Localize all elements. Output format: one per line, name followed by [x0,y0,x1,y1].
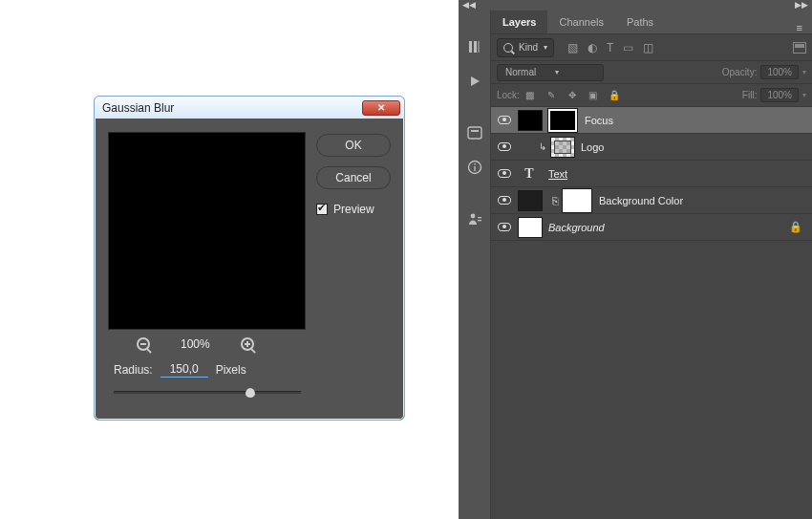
lock-position-icon[interactable]: ✥ [566,90,579,100]
link-icon[interactable]: ⎘ [552,195,559,206]
chevron-down-icon: ▾ [802,68,806,76]
lock-pixels-icon[interactable]: ✎ [545,90,558,100]
layer-thumb[interactable] [550,137,575,158]
filter-shape-icon[interactable]: ▭ [623,41,633,54]
filter-type-icon[interactable]: T [607,41,613,54]
layer-thumb[interactable] [518,110,543,131]
filter-kind-select[interactable]: Kind ▾ [497,38,554,57]
opacity-label: Opacity: [722,67,758,77]
tab-paths[interactable]: Paths [615,11,665,33]
preview-label: Preview [333,203,374,216]
radius-unit: Pixels [216,363,246,377]
visibility-toggle[interactable] [491,196,518,205]
filter-adjust-icon[interactable]: ◐ [588,41,597,54]
panel-collapse-left-icon[interactable]: ◀◀ [462,0,476,10]
layer-row-logo[interactable]: ↳ Logo [491,134,812,161]
clip-indicator-icon: ↳ [539,141,546,152]
info-icon[interactable] [466,159,483,176]
layer-name[interactable]: Focus [585,115,613,126]
svg-rect-1 [474,41,477,53]
visibility-toggle[interactable] [491,116,518,124]
layer-name[interactable]: Background [548,222,605,233]
properties-icon[interactable] [466,124,483,141]
checkbox-icon [316,204,328,215]
svg-rect-5 [474,166,475,171]
people-icon[interactable] [466,210,483,227]
close-button[interactable]: ✕ [362,100,400,116]
preview-checkbox[interactable]: Preview [316,203,391,216]
eye-icon [498,116,511,124]
close-icon: ✕ [377,102,385,113]
svg-point-7 [470,214,475,219]
layer-list: Focus ↳ Logo T Text ⎘ [491,107,812,519]
layer-row-focus[interactable]: Focus [491,107,812,134]
history-icon[interactable] [466,38,483,55]
svg-rect-8 [478,217,481,218]
eye-icon [498,196,511,205]
search-icon [503,43,513,53]
filter-toggle[interactable] [793,42,806,54]
layer-thumb[interactable] [518,190,543,211]
gaussian-blur-dialog: Gaussian Blur ✕ OK Cancel Preview 100% R… [94,96,405,421]
dialog-titlebar[interactable]: Gaussian Blur ✕ [95,97,404,119]
tab-layers[interactable]: Layers [491,11,547,33]
zoom-row: 100% [108,337,391,351]
layer-name[interactable]: Background Color [599,195,683,206]
dialog-body: OK Cancel Preview 100% Radius: Pixels [95,119,404,420]
panel-main: Layers Channels Paths ≡ Kind ▾ ▧ ◐ T ▭ ◫ [491,10,812,519]
fill-value[interactable]: 100% [760,88,799,102]
lock-artboard-icon[interactable]: ▣ [587,90,600,100]
lock-icon[interactable]: 🔒 [789,221,802,233]
chevron-down-icon: ▾ [544,43,547,52]
filter-preview[interactable] [108,132,306,330]
ok-button[interactable]: OK [316,134,391,157]
layer-thumb[interactable] [518,217,543,238]
panel-menu-icon[interactable]: ≡ [787,22,812,33]
radius-row: Radius: Pixels [108,362,391,378]
layer-row-text[interactable]: T Text [491,161,812,187]
visibility-toggle[interactable] [491,142,518,151]
opacity-value[interactable]: 100% [760,65,799,79]
lock-all-icon[interactable]: 🔒 [608,90,621,100]
tool-rail [459,10,491,519]
cancel-button[interactable]: Cancel [316,166,391,189]
blend-mode-select[interactable]: Normal ▾ [497,64,604,81]
panel-tabs: Layers Channels Paths ≡ [491,10,812,34]
radius-slider[interactable] [114,391,301,394]
panel-collapse-right-icon[interactable]: ▶▶ [795,0,808,10]
visibility-toggle[interactable] [491,223,518,231]
slider-thumb-icon[interactable] [246,388,255,398]
dialog-title: Gaussian Blur [102,101,362,115]
type-layer-icon[interactable]: T [520,164,539,184]
dialog-controls: OK Cancel Preview [316,134,391,216]
eye-icon [498,169,511,178]
lock-transparent-icon[interactable]: ▩ [524,90,537,100]
zoom-level: 100% [181,337,210,351]
layer-filter-row: Kind ▾ ▧ ◐ T ▭ ◫ [491,34,812,61]
layer-row-bgcolor[interactable]: ⎘ Background Color [491,187,812,214]
layer-row-background[interactable]: Background 🔒 [491,214,812,241]
panel-collapse-row: ◀◀ ▶▶ [459,0,812,10]
tab-channels[interactable]: Channels [547,11,614,33]
fill-label: Fill: [742,90,758,100]
actions-play-icon[interactable] [466,73,483,90]
chevron-down-icon: ▾ [802,91,806,99]
eye-icon [498,223,511,231]
zoom-in-icon[interactable] [241,337,254,351]
svg-rect-0 [469,41,472,53]
svg-rect-6 [474,163,475,165]
filter-pixel-icon[interactable]: ▧ [567,41,578,54]
zoom-out-icon[interactable] [137,337,150,351]
layer-mask-thumb[interactable] [563,189,591,212]
radius-input[interactable] [160,362,208,378]
layer-mask-thumb[interactable] [548,109,577,132]
blend-row: Normal ▾ Opacity: 100% ▾ [491,61,812,84]
filter-type-icons: ▧ ◐ T ▭ ◫ [567,41,653,54]
layer-name[interactable]: Logo [581,141,604,153]
filter-smart-icon[interactable]: ◫ [643,41,653,54]
visibility-toggle[interactable] [491,169,518,178]
chevron-down-icon: ▾ [555,68,559,76]
layer-name[interactable]: Text [548,168,567,180]
svg-rect-2 [468,127,481,139]
svg-rect-9 [478,220,481,221]
